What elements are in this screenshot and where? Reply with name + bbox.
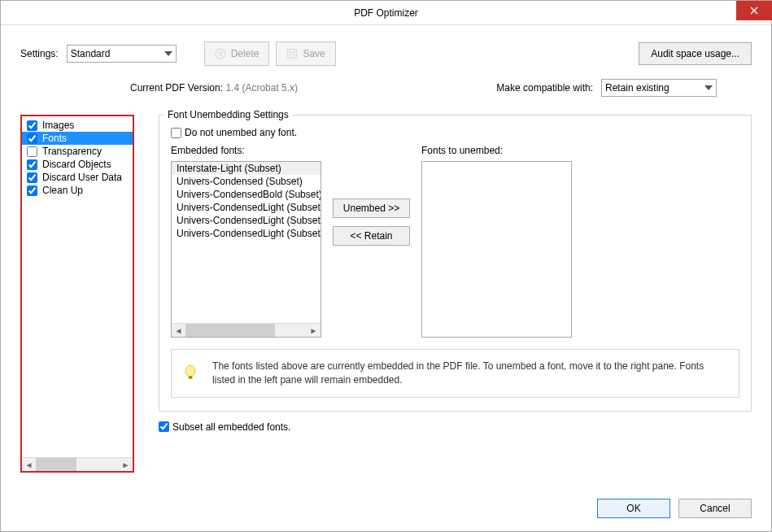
hint-text: The fonts listed above are currently emb… [212,360,727,387]
current-version: Current PDF Version: 1.4 (Acrobat 5.x) [130,82,298,94]
category-checkbox[interactable] [27,159,37,170]
version-row: Current PDF Version: 1.4 (Acrobat 5.x) M… [20,79,752,97]
category-label: Discard Objects [42,159,111,170]
do-not-unembed-checkbox[interactable] [171,128,181,138]
scroll-right-icon[interactable]: ► [119,458,133,472]
save-icon [286,48,298,59]
close-icon [750,7,758,15]
lightbulb-icon [183,361,198,386]
embedded-fonts-listbox[interactable]: Interstate-Light (Subset)Univers-Condens… [171,161,321,338]
category-checkbox[interactable] [27,146,37,157]
category-checkbox[interactable] [27,185,37,196]
scroll-thumb[interactable] [185,324,275,337]
hint-box: The fonts listed above are currently emb… [171,349,739,398]
settings-select[interactable]: Standard [67,45,177,63]
fieldset-legend: Font Unembedding Settings [164,109,292,120]
category-checkbox[interactable] [27,133,37,144]
compat-select[interactable]: Retain existing [601,79,717,97]
scroll-thumb[interactable] [36,458,76,471]
svg-point-4 [185,365,195,377]
settings-label: Settings: [20,48,59,59]
category-checkbox[interactable] [27,120,37,131]
category-label: Images [42,120,74,131]
cancel-button[interactable]: Cancel [678,499,752,518]
list-item[interactable]: Univers-CondensedBold (Subset) [172,188,321,201]
scroll-left-icon[interactable]: ◄ [22,458,36,472]
embedded-fonts-label: Embedded fonts: [171,145,321,156]
svg-rect-3 [290,55,294,58]
delete-icon [215,48,226,59]
retain-button[interactable]: << Retain [333,226,410,246]
category-sidebar: ImagesFontsTransparencyDiscard ObjectsDi… [20,115,134,473]
unembed-fonts-label: Fonts to unembed: [421,145,572,156]
category-item-clean-up[interactable]: Clean Up [22,184,133,197]
font-unembedding-fieldset: Font Unembedding Settings Do not unembed… [159,115,752,412]
list-item[interactable]: Interstate-Light (Subset) [172,162,321,175]
dialog-buttons: OK Cancel [1,486,771,531]
do-not-unembed-label: Do not unembed any font. [185,127,297,138]
delete-button: Delete [204,41,270,66]
category-label: Clean Up [42,185,83,196]
category-checkbox[interactable] [27,172,37,183]
list-item[interactable]: Univers-CondensedLight (Subset) [172,201,321,214]
list-item[interactable]: Univers-Condensed (Subset) [172,175,321,188]
category-label: Transparency [42,146,102,157]
subset-all-label: Subset all embedded fonts. [172,421,290,433]
scroll-left-icon[interactable]: ◄ [172,324,185,338]
category-label: Discard User Data [42,172,122,183]
listbox-scrollbar[interactable]: ◄ ► [172,323,321,337]
unembed-button[interactable]: Unembed >> [333,198,410,218]
close-button[interactable] [736,1,772,20]
category-item-discard-user-data[interactable]: Discard User Data [22,171,133,184]
pdf-optimizer-dialog: PDF Optimizer Settings: Standard Delete … [0,0,772,532]
category-item-images[interactable]: Images [22,119,133,132]
settings-toolbar: Settings: Standard Delete Save Audit spa… [20,41,752,66]
sidebar-scrollbar[interactable]: ◄ ► [22,457,133,471]
svg-rect-1 [288,50,297,59]
compat-label: Make compatible with: [496,82,593,94]
save-button: Save [276,41,335,66]
window-title: PDF Optimizer [354,7,418,19]
list-item[interactable]: Univers-CondensedLight (Subset) [172,227,321,240]
category-item-transparency[interactable]: Transparency [22,145,133,158]
category-label: Fonts [42,133,67,144]
list-item[interactable]: Univers-CondensedLight (Subset) [172,214,321,227]
category-item-fonts[interactable]: Fonts [22,132,133,145]
audit-space-button[interactable]: Audit space usage... [639,42,752,65]
titlebar: PDF Optimizer [1,1,771,25]
subset-all-checkbox[interactable] [159,421,169,432]
category-item-discard-objects[interactable]: Discard Objects [22,158,133,171]
unembed-fonts-listbox[interactable] [421,161,572,338]
scroll-right-icon[interactable]: ► [307,324,321,338]
ok-button[interactable]: OK [597,499,670,518]
